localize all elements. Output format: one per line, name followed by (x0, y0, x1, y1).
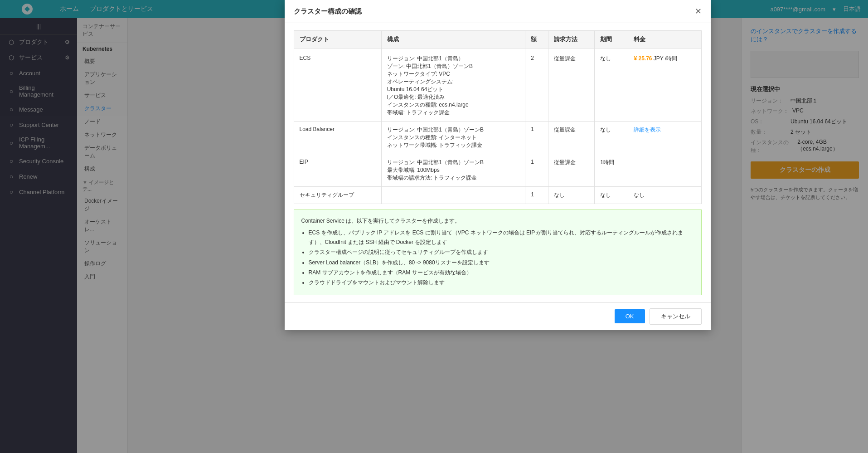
ok-button[interactable]: OK (615, 309, 645, 323)
lb-price: 詳細を表示 (628, 122, 701, 154)
info-box-title: Container Service は、以下を実行してクラスターを作成します。 (301, 216, 694, 225)
lb-period: なし (595, 122, 628, 154)
modal-footer: OK キャンセル (285, 302, 711, 330)
sg-product: セキュリティグループ (294, 187, 381, 204)
table-header-row: プロダクト 構成 額 請求方法 期間 料金 (294, 31, 701, 49)
info-box: Container Service は、以下を実行してクラスターを作成します。 … (294, 209, 702, 295)
col-price: 料金 (628, 31, 701, 49)
col-period: 期間 (595, 31, 628, 49)
info-box-list: ECS を作成し、パブリック IP アドレスを ECS に割り当て（VPC ネッ… (301, 228, 694, 287)
config-table: プロダクト 構成 額 請求方法 期間 料金 ECS リージョン: 中国北部1（青… (294, 30, 702, 204)
info-item-1: ECS を作成し、パブリック IP アドレスを ECS に割り当て（VPC ネッ… (309, 228, 694, 247)
lb-config: リージョン: 中国北部1（青島）ゾーンB インスタンスの種類: インターネット … (381, 122, 525, 154)
eip-price (628, 154, 701, 187)
lb-billing: 従量課金 (548, 122, 595, 154)
ecs-period: なし (595, 49, 628, 122)
ecs-billing: 従量課金 (548, 49, 595, 122)
eip-billing: 従量課金 (548, 154, 595, 187)
info-item-3: Server Load balancer（SLB）を作成し、80 -> 9080… (309, 258, 694, 267)
modal-title: クラスター構成の確認 (294, 7, 362, 16)
lb-amount: 1 (525, 122, 548, 154)
col-product: プロダクト (294, 31, 381, 49)
info-item-2: クラスター構成ページの説明に従ってセキュリティグループを作成します (309, 248, 694, 257)
eip-config: リージョン: 中国北部1（青島）ゾーンB 最大帯域幅: 100Mbps 帯域幅の… (381, 154, 525, 187)
sg-price: なし (628, 187, 701, 204)
ecs-amount: 2 (525, 49, 548, 122)
table-row: EIP リージョン: 中国北部1（青島）ゾーンB 最大帯域幅: 100Mbps … (294, 154, 701, 187)
eip-amount: 1 (525, 154, 548, 187)
table-row: セキュリティグループ 1 なし なし なし (294, 187, 701, 204)
cancel-button[interactable]: キャンセル (650, 308, 702, 325)
sg-billing: なし (548, 187, 595, 204)
modal-header: クラスター構成の確認 ✕ (285, 0, 711, 23)
col-amount: 額 (525, 31, 548, 49)
ecs-price: ¥ 25.76 JPY /時間 (628, 49, 701, 122)
table-row: Load Balancer リージョン: 中国北部1（青島）ゾーンB インスタン… (294, 122, 701, 154)
eip-product: EIP (294, 154, 381, 187)
info-item-5: クラウドドライブをマウントおよびマウント解除します (309, 278, 694, 287)
table-row: ECS リージョン: 中国北部1（青島） ゾーン: 中国北部1（青島）ゾーンB … (294, 49, 701, 122)
ecs-config: リージョン: 中国北部1（青島） ゾーン: 中国北部1（青島）ゾーンB ネットワ… (381, 49, 525, 122)
modal-box: クラスター構成の確認 ✕ プロダクト 構成 額 請求方法 期間 料金 (285, 0, 711, 330)
col-billing: 請求方法 (548, 31, 595, 49)
col-config: 構成 (381, 31, 525, 49)
lb-price-link[interactable]: 詳細を表示 (634, 127, 661, 133)
ecs-product: ECS (294, 49, 381, 122)
modal-body: プロダクト 構成 額 請求方法 期間 料金 ECS リージョン: 中国北部1（青… (285, 23, 711, 302)
eip-period: 1時間 (595, 154, 628, 187)
lb-product: Load Balancer (294, 122, 381, 154)
info-item-4: RAM サブアカウントを作成します（RAM サービスが有効な場合） (309, 268, 694, 277)
modal-close-button[interactable]: ✕ (695, 6, 702, 16)
ecs-price-value: ¥ 25.76 (634, 55, 652, 62)
sg-config (381, 187, 525, 204)
modal: クラスター構成の確認 ✕ プロダクト 構成 額 請求方法 期間 料金 (127, 0, 868, 453)
sg-amount: 1 (525, 187, 548, 204)
sg-period: なし (595, 187, 628, 204)
